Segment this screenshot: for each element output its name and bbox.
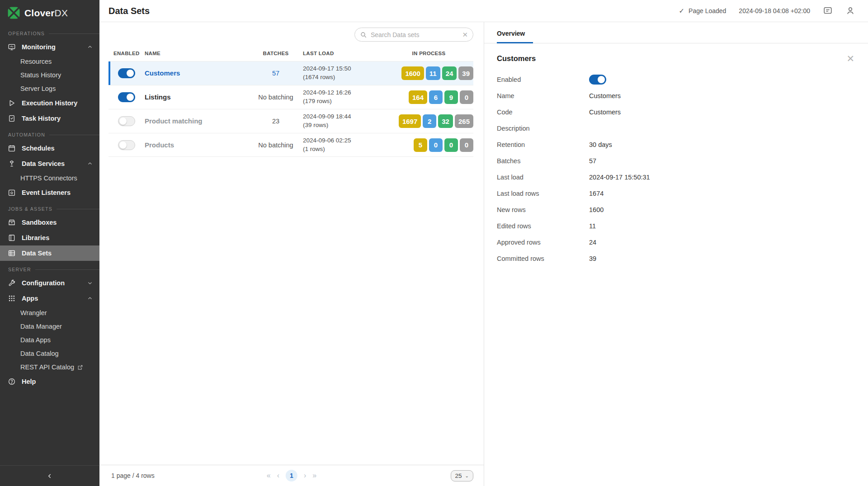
sidebar-item-event-listeners[interactable]: Event Listeners [0, 185, 99, 200]
sidebar-item-libraries[interactable]: Libraries [0, 230, 99, 245]
field-description: Description [497, 120, 855, 137]
sidebar-item-server-logs[interactable]: Server Logs [0, 82, 99, 95]
sidebar-item-label: Libraries [22, 234, 49, 241]
badge-edited-rows: 2 [423, 114, 436, 128]
in-process-badges: 164 6 9 0 [384, 90, 473, 104]
main-area: Data Sets ✓ Page Loaded 2024-09-18 04:08… [99, 0, 868, 486]
field-code: CodeCustomers [497, 104, 855, 120]
sidebar-item-data-sets[interactable]: Data Sets [0, 245, 99, 261]
page-size-select[interactable]: 25 ⌄ [451, 470, 473, 481]
sidebar-item-schedules[interactable]: Schedules [0, 141, 99, 156]
detail-title: Customers [497, 54, 536, 63]
chevron-down-icon: ⌄ [465, 473, 469, 478]
server-timestamp: 2024-09-18 04:08 +02:00 [739, 7, 810, 14]
app-logo[interactable]: CloverDX [0, 0, 99, 25]
user-icon[interactable] [845, 6, 855, 16]
row-enabled-toggle[interactable] [118, 140, 135, 150]
batches-link[interactable]: 57 [272, 70, 279, 77]
data-set-name-link[interactable]: Customers [145, 69, 180, 77]
sidebar-item-data-services[interactable]: Data Services [0, 156, 99, 171]
next-page-button[interactable]: › [304, 472, 306, 480]
sidebar-item-wrangler[interactable]: Wrangler [0, 306, 99, 320]
chevron-down-icon [87, 280, 93, 286]
calendar-icon [8, 144, 16, 152]
badge-new-rows: 5 [414, 138, 427, 152]
sidebar-item-monitoring[interactable]: Monitoring [0, 39, 99, 55]
last-load-cell: 2024-09-09 18:44(39 rows) [303, 113, 384, 130]
pagination-summary: 1 page / 4 rows [111, 472, 155, 479]
table-icon [8, 249, 16, 257]
sidebar-nav: OPERATIONS Monitoring Resources Status H… [0, 25, 99, 389]
data-set-name-link[interactable]: Listings [145, 93, 171, 101]
col-header-in-process: IN PROCESS [384, 51, 473, 56]
data-set-name-link[interactable]: Products [145, 141, 174, 149]
sidebar-item-label: Schedules [22, 145, 55, 152]
last-page-button[interactable]: » [312, 472, 316, 480]
badge-edited-rows: 0 [429, 138, 443, 152]
page-title: Data Sets [108, 6, 150, 16]
pagination-bar: 1 page / 4 rows « ‹ 1 › » 25 ⌄ [99, 465, 484, 486]
tab-overview[interactable]: Overview [497, 30, 533, 43]
badge-committed-rows: 265 [455, 114, 473, 128]
sidebar-item-apps[interactable]: Apps [0, 291, 99, 306]
sidebar-item-data-catalog[interactable]: Data Catalog [0, 347, 99, 360]
sidebar-item-execution-history[interactable]: Execution History [0, 95, 99, 111]
field-last-load: Last load2024-09-17 15:50:31 [497, 169, 855, 185]
clipboard-check-icon [8, 114, 16, 123]
sidebar-collapse-button[interactable] [0, 465, 99, 486]
badge-new-rows: 1600 [401, 66, 424, 80]
monitor-icon [8, 43, 16, 51]
sidebar-item-label: Sandboxes [22, 219, 57, 226]
sidebar-item-label: Help [22, 378, 36, 385]
search-clear-icon[interactable]: ✕ [462, 31, 468, 38]
sidebar-item-data-apps[interactable]: Data Apps [0, 333, 99, 347]
in-process-badges: 1600 11 24 39 [384, 66, 473, 80]
badge-new-rows: 164 [409, 90, 427, 104]
data-set-name-link[interactable]: Product matching [145, 117, 203, 125]
sidebar-item-help[interactable]: Help [0, 374, 99, 389]
check-icon: ✓ [679, 7, 684, 15]
data-sets-table: ENABLED NAME BATCHES LAST LOAD IN PROCES… [108, 46, 473, 157]
help-icon [8, 377, 16, 386]
feedback-icon[interactable] [823, 6, 833, 16]
batches-cell: 23 [249, 118, 303, 125]
apps-grid-icon [8, 294, 16, 302]
sidebar-item-https-connectors[interactable]: HTTPS Connectors [0, 171, 99, 185]
in-process-badges: 1697 2 32 265 [384, 114, 473, 128]
current-page-indicator[interactable]: 1 [286, 470, 297, 481]
row-enabled-toggle[interactable] [118, 116, 135, 126]
sidebar-item-configuration[interactable]: Configuration [0, 275, 99, 291]
data-sets-list-panel: ✕ ENABLED NAME BATCHES LAST LOAD IN PROC… [99, 22, 484, 486]
table-row[interactable]: Product matching 23 2024-09-09 18:44(39 … [108, 109, 473, 133]
table-row[interactable]: Products No batching 2024-09-06 02:25(1 … [108, 133, 473, 157]
in-process-badges: 5 0 0 0 [384, 138, 473, 152]
table-row[interactable]: Customers 57 2024-09-17 15:50(1674 rows)… [108, 61, 473, 85]
play-icon [8, 99, 16, 107]
data-services-icon [8, 160, 16, 168]
field-edited-rows: Edited rows11 [497, 218, 855, 234]
last-load-cell: 2024-09-12 16:26(179 rows) [303, 89, 384, 106]
enabled-toggle[interactable] [589, 75, 606, 85]
search-input[interactable] [371, 31, 458, 38]
sidebar-item-resources[interactable]: Resources [0, 55, 99, 68]
sidebar-item-label: Configuration [22, 279, 65, 287]
badge-approved-rows: 9 [444, 90, 458, 104]
sidebar-item-label: Data Services [22, 160, 65, 167]
first-page-button[interactable]: « [267, 472, 271, 480]
table-row[interactable]: Listings No batching 2024-09-12 16:26(17… [108, 85, 473, 109]
field-last-load-rows: Last load rows1674 [497, 185, 855, 202]
sidebar-item-task-history[interactable]: Task History [0, 111, 99, 126]
sidebar-item-data-manager[interactable]: Data Manager [0, 320, 99, 333]
row-enabled-toggle[interactable] [118, 68, 135, 78]
sidebar-item-sandboxes[interactable]: Sandboxes [0, 215, 99, 230]
collapse-chevron-icon [46, 472, 53, 480]
close-icon[interactable]: ✕ [846, 54, 854, 63]
section-server: SERVER [0, 261, 99, 275]
row-enabled-toggle[interactable] [118, 92, 135, 102]
chevron-up-icon [87, 295, 93, 302]
cloverdx-logo-icon [8, 7, 20, 19]
sidebar-item-status-history[interactable]: Status History [0, 68, 99, 82]
sidebar-item-rest-api-catalog[interactable]: REST API Catalog [0, 360, 99, 374]
prev-page-button[interactable]: ‹ [277, 472, 279, 480]
field-batches: Batches57 [497, 153, 855, 169]
